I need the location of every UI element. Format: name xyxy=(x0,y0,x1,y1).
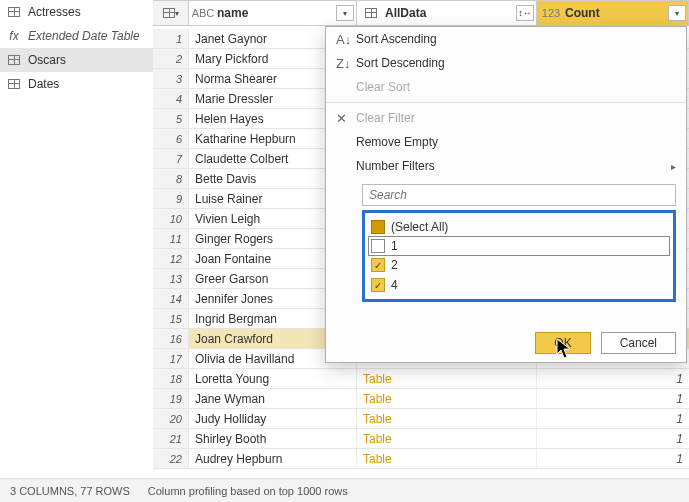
menu-button-row: OK Cancel xyxy=(535,332,676,354)
filter-values-box: (Select All) 1 ✓ 2 ✓ 4 xyxy=(362,210,676,302)
row-number[interactable]: 14 xyxy=(153,289,189,308)
cell-count[interactable]: 1 xyxy=(537,389,689,408)
row-number[interactable]: 1 xyxy=(153,29,189,48)
query-label: Actresses xyxy=(28,5,81,19)
sort-asc-icon: A↓ xyxy=(336,32,356,47)
ok-button[interactable]: OK xyxy=(535,332,590,354)
query-item-oscars[interactable]: Oscars xyxy=(0,48,153,72)
column-label: AllData xyxy=(385,6,516,20)
abc-type-icon: ABC xyxy=(189,7,217,19)
cell-alldata[interactable]: Table xyxy=(357,449,537,468)
table-icon xyxy=(6,55,22,65)
grid-header: ▾ ABC name ▾ AllData ↕↔ 123 Count ▾ xyxy=(153,0,689,26)
row-number[interactable]: 11 xyxy=(153,229,189,248)
row-number[interactable]: 16 xyxy=(153,329,189,348)
column-dropdown-icon[interactable]: ▾ xyxy=(668,5,686,21)
cell-name[interactable]: Loretta Young xyxy=(189,369,357,388)
cell-alldata[interactable]: Table xyxy=(357,369,537,388)
table-icon xyxy=(6,7,22,17)
filter-value-2[interactable]: ✓ 2 xyxy=(371,255,667,275)
row-number[interactable]: 2 xyxy=(153,49,189,68)
menu-sort-descending[interactable]: Z↓ Sort Descending xyxy=(326,51,686,75)
submenu-arrow-icon: ▸ xyxy=(671,161,676,172)
query-label: Dates xyxy=(28,77,59,91)
row-number[interactable]: 12 xyxy=(153,249,189,268)
menu-separator xyxy=(326,102,686,103)
cell-count[interactable]: 1 xyxy=(537,369,689,388)
row-number[interactable]: 9 xyxy=(153,189,189,208)
column-label: Count xyxy=(565,6,668,20)
cancel-button[interactable]: Cancel xyxy=(601,332,676,354)
row-number[interactable]: 10 xyxy=(153,209,189,228)
row-number[interactable]: 19 xyxy=(153,389,189,408)
cell-name[interactable]: Audrey Hepburn xyxy=(189,449,357,468)
checkbox-indeterminate-icon[interactable] xyxy=(371,220,385,234)
query-label: Extended Date Table xyxy=(28,29,140,43)
query-item-dates[interactable]: Dates xyxy=(0,72,153,96)
row-number[interactable]: 4 xyxy=(153,89,189,108)
row-number[interactable]: 8 xyxy=(153,169,189,188)
table-type-icon xyxy=(357,8,385,18)
filter-search xyxy=(362,184,676,206)
column-header-count[interactable]: 123 Count ▾ xyxy=(537,1,689,25)
expand-icon[interactable]: ↕↔ xyxy=(516,5,534,21)
column-dropdown-icon[interactable]: ▾ xyxy=(336,5,354,21)
menu-remove-empty[interactable]: Remove Empty xyxy=(326,130,686,154)
table-row[interactable]: 19Jane WymanTable1 xyxy=(153,389,689,409)
row-number[interactable]: 6 xyxy=(153,129,189,148)
number-type-icon: 123 xyxy=(537,7,565,19)
checkbox-unchecked-icon[interactable] xyxy=(371,239,385,253)
row-number[interactable]: 22 xyxy=(153,449,189,468)
row-number[interactable]: 21 xyxy=(153,429,189,448)
cell-name[interactable]: Jane Wyman xyxy=(189,389,357,408)
cell-name[interactable]: Shirley Booth xyxy=(189,429,357,448)
column-label: name xyxy=(217,6,336,20)
checkbox-checked-icon[interactable]: ✓ xyxy=(371,278,385,292)
table-row[interactable]: 21Shirley BoothTable1 xyxy=(153,429,689,449)
column-header-alldata[interactable]: AllData ↕↔ xyxy=(357,1,537,25)
query-item-actresses[interactable]: Actresses xyxy=(0,0,153,24)
column-header-name[interactable]: ABC name ▾ xyxy=(189,1,357,25)
table-row[interactable]: 22Audrey HepburnTable1 xyxy=(153,449,689,469)
filter-value-select-all[interactable]: (Select All) xyxy=(371,217,667,237)
cell-alldata[interactable]: Table xyxy=(357,409,537,428)
row-number[interactable]: 15 xyxy=(153,309,189,328)
menu-clear-sort: Clear Sort xyxy=(326,75,686,99)
row-number[interactable]: 13 xyxy=(153,269,189,288)
table-row[interactable]: 20Judy HollidayTable1 xyxy=(153,409,689,429)
row-header-corner[interactable]: ▾ xyxy=(153,1,189,25)
row-number[interactable]: 20 xyxy=(153,409,189,428)
menu-clear-filter: ✕ Clear Filter xyxy=(326,106,686,130)
cell-name[interactable]: Judy Holliday xyxy=(189,409,357,428)
cell-alldata[interactable]: Table xyxy=(357,389,537,408)
fx-icon: fx xyxy=(6,29,22,43)
cell-alldata[interactable]: Table xyxy=(357,429,537,448)
filter-value-4[interactable]: ✓ 4 xyxy=(371,275,667,295)
row-number[interactable]: 17 xyxy=(153,349,189,368)
row-number[interactable]: 7 xyxy=(153,149,189,168)
table-row[interactable]: 18Loretta YoungTable1 xyxy=(153,369,689,389)
row-number[interactable]: 18 xyxy=(153,369,189,388)
cell-count[interactable]: 1 xyxy=(537,409,689,428)
query-label: Oscars xyxy=(28,53,66,67)
sort-desc-icon: Z↓ xyxy=(336,56,356,71)
cell-count[interactable]: 1 xyxy=(537,429,689,448)
status-columns-rows: 3 COLUMNS, 77 ROWS xyxy=(10,485,130,497)
filter-value-1[interactable]: 1 xyxy=(368,236,670,256)
table-icon xyxy=(6,79,22,89)
status-profiling: Column profiling based on top 1000 rows xyxy=(148,485,348,497)
filter-search-input[interactable] xyxy=(362,184,676,206)
queries-panel: Actresses fx Extended Date Table Oscars … xyxy=(0,0,153,478)
row-number[interactable]: 3 xyxy=(153,69,189,88)
query-item-extended-date-table[interactable]: fx Extended Date Table xyxy=(0,24,153,48)
cell-count[interactable]: 1 xyxy=(537,449,689,468)
menu-sort-ascending[interactable]: A↓ Sort Ascending xyxy=(326,27,686,51)
filter-menu: A↓ Sort Ascending Z↓ Sort Descending Cle… xyxy=(325,26,687,363)
row-number[interactable]: 5 xyxy=(153,109,189,128)
checkbox-checked-icon[interactable]: ✓ xyxy=(371,258,385,272)
clear-filter-icon: ✕ xyxy=(336,111,356,126)
menu-number-filters[interactable]: Number Filters ▸ xyxy=(326,154,686,178)
status-bar: 3 COLUMNS, 77 ROWS Column profiling base… xyxy=(0,478,689,502)
